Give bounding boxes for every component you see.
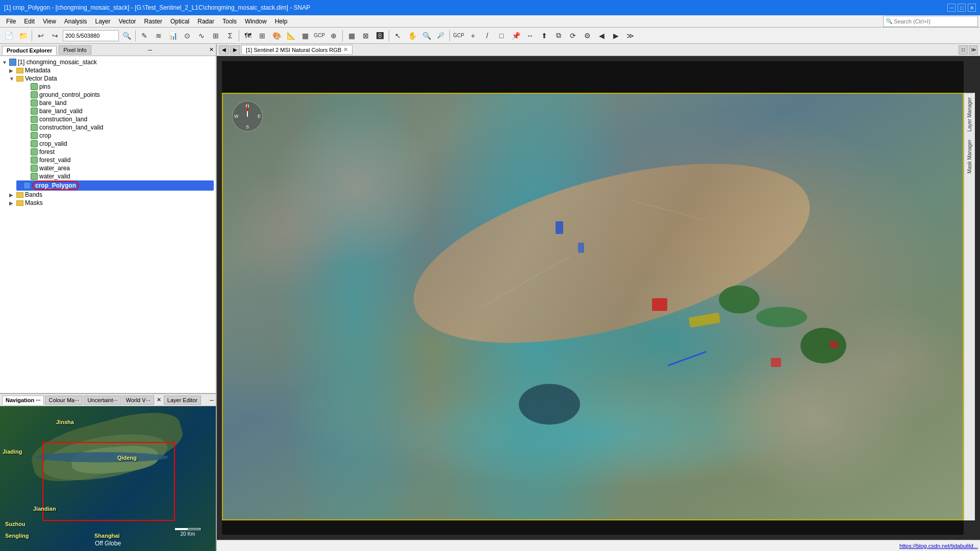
tree-item-bare-land[interactable]: bare_land <box>23 99 214 107</box>
tab-layer-editor[interactable]: Layer Editor <box>164 396 201 405</box>
title-text: [1] crop_Polygon - [chongming_mosaic_sta… <box>4 4 310 11</box>
nav-viewport-rect[interactable] <box>42 442 175 521</box>
tab-uncertainty[interactable]: Uncertaint··· <box>84 396 121 405</box>
blue-polygon-1 <box>556 221 563 234</box>
viewer-nav-right[interactable]: ▶ <box>230 45 240 55</box>
tree-item-water-area[interactable]: water_area <box>23 164 214 172</box>
extra-button[interactable]: ≫ <box>623 29 637 42</box>
export-button[interactable]: ⬆ <box>538 29 551 42</box>
new-button[interactable]: 📄 <box>2 29 15 42</box>
prev-button[interactable]: ◀ <box>595 29 608 42</box>
menu-radar[interactable]: Radar <box>193 17 218 26</box>
maximize-button[interactable]: □ <box>958 4 966 12</box>
mosaic2-button[interactable]: ⊠ <box>359 29 372 42</box>
pe-tree: ▼ [1] chongming_mosaic_stack ▶ Metadata … <box>0 56 216 393</box>
tree-item-crop-valid[interactable]: crop_valid <box>23 140 214 148</box>
mosaic-button[interactable]: ▦ <box>345 29 358 42</box>
profile-button[interactable]: ∿ <box>195 29 208 42</box>
color-button[interactable]: 🎨 <box>270 29 283 42</box>
zoom-in-icon[interactable]: 🔍 <box>120 29 133 42</box>
tab-colour-manipulation[interactable]: Colour Ma··· <box>45 396 83 405</box>
redo-button[interactable]: ↪ <box>48 29 62 42</box>
tree-item-crop[interactable]: crop <box>23 132 214 140</box>
close-button[interactable]: ✕ <box>968 4 976 12</box>
menu-view[interactable]: View <box>39 17 60 26</box>
menu-file[interactable]: File <box>2 17 20 26</box>
area-button[interactable]: ▦ <box>298 29 312 42</box>
menu-layer[interactable]: Layer <box>91 17 115 26</box>
viewer-extra-button[interactable]: ≫ <box>969 45 978 55</box>
stats-button[interactable]: Σ <box>223 29 237 42</box>
zoom-in-tool[interactable]: 🔍 <box>420 29 433 42</box>
draw-point-button[interactable]: ✎ <box>138 29 151 42</box>
snap-band-label[interactable]: Mask Manager <box>966 136 973 177</box>
select-button[interactable]: ↖ <box>391 29 405 42</box>
rect-tool[interactable]: □ <box>495 29 508 42</box>
measure-button[interactable]: 📐 <box>284 29 297 42</box>
pe-minimize-button[interactable]: ─ <box>148 47 152 53</box>
menu-edit[interactable]: Edit <box>20 17 39 26</box>
menu-help[interactable]: Help <box>271 17 292 26</box>
menu-raster[interactable]: Raster <box>140 17 166 26</box>
open-button[interactable]: 📁 <box>16 29 30 42</box>
tree-masks[interactable]: ▶ Masks <box>9 199 214 207</box>
range-tool[interactable]: ↔ <box>523 29 537 42</box>
viewer-nav-left[interactable]: ◀ <box>219 45 229 55</box>
status-link[interactable]: https://blog.csdn.net/tidabulild... <box>899 543 978 549</box>
tab-pixel-info[interactable]: Pixel Info <box>59 45 91 55</box>
world-view-close[interactable]: ✕ <box>155 397 163 403</box>
pins-icon <box>31 83 38 90</box>
tab-navigation[interactable]: Navigation ··· <box>2 396 44 405</box>
tree-bands[interactable]: ▶ Bands <box>9 191 214 199</box>
add-gcp-button[interactable]: + <box>466 29 480 42</box>
pin-tool[interactable]: 📌 <box>509 29 522 42</box>
tree-item-construction-land-valid[interactable]: construction_land_valid <box>23 123 214 132</box>
band-button[interactable]: 🅱 <box>373 29 387 42</box>
menu-vector[interactable]: Vector <box>115 17 140 26</box>
tree-item-water-valid[interactable]: water_valid <box>23 172 214 180</box>
tree-item-pins[interactable]: pins <box>23 83 214 91</box>
tree-item-forest-valid[interactable]: forest_valid <box>23 156 214 164</box>
pan-button[interactable]: ✋ <box>406 29 419 42</box>
tree-root[interactable]: ▼ [1] chongming_mosaic_stack <box>2 58 214 66</box>
tree-item-forest[interactable]: forest <box>23 148 214 156</box>
histogram-button[interactable]: 📊 <box>166 29 180 42</box>
ortho-button[interactable]: ⊕ <box>327 29 340 42</box>
menu-optical[interactable]: Optical <box>166 17 193 26</box>
layer-manager-label[interactable]: Layer Manager <box>966 93 973 136</box>
viewer-tab-close-button[interactable]: ✕ <box>343 46 348 53</box>
tab-product-explorer[interactable]: Product Explorer <box>2 46 57 55</box>
gcp-tool[interactable]: GCP <box>452 29 465 42</box>
arrange-button[interactable]: ⧉ <box>552 29 565 42</box>
grid-button[interactable]: ⊞ <box>256 29 269 42</box>
image-container[interactable]: Layer Manager Mask Manager N S E W <box>217 56 980 540</box>
spectral-button[interactable]: ≋ <box>152 29 165 42</box>
next-button[interactable]: ▶ <box>609 29 622 42</box>
tree-item-construction-land[interactable]: construction_land <box>23 115 214 123</box>
pe-close-button[interactable]: ✕ <box>209 46 214 53</box>
viewer-tab-1[interactable]: [1] Sentinel 2 MSI Natural Colors RGB ✕ <box>241 45 353 55</box>
map-button[interactable]: 🗺 <box>241 29 255 42</box>
tab-world-view[interactable]: World V··· <box>122 396 154 405</box>
menu-tools[interactable]: Tools <box>218 17 241 26</box>
tree-item-crop-polygon[interactable]: crop_Polygon <box>16 180 214 191</box>
viewer-maximize-button[interactable]: □ <box>959 45 968 55</box>
menu-window[interactable]: Window <box>241 17 271 26</box>
tree-item-gcp[interactable]: ground_control_points <box>23 91 214 99</box>
tree-item-bare-land-valid[interactable]: bare_land_valid <box>23 107 214 115</box>
sync-button[interactable]: ⟳ <box>566 29 580 42</box>
scatter-button[interactable]: ⊙ <box>181 29 194 42</box>
line-tool[interactable]: / <box>481 29 494 42</box>
settings-button[interactable]: ⚙ <box>581 29 594 42</box>
zoom-input[interactable] <box>63 30 119 41</box>
tree-metadata[interactable]: ▶ Metadata <box>9 66 214 74</box>
tree-vector-data[interactable]: ▼ Vector Data <box>9 74 214 83</box>
gcp-button[interactable]: GCP <box>313 29 326 42</box>
menu-analysis[interactable]: Analysis <box>60 17 91 26</box>
minimize-button[interactable]: ─ <box>947 4 956 12</box>
search-input[interactable] <box>894 18 975 24</box>
undo-button[interactable]: ↩ <box>34 29 47 42</box>
bp-minimize-button[interactable]: ─ <box>210 397 214 403</box>
zoom-out-tool[interactable]: 🔎 <box>434 29 447 42</box>
table-button[interactable]: ⊞ <box>209 29 222 42</box>
